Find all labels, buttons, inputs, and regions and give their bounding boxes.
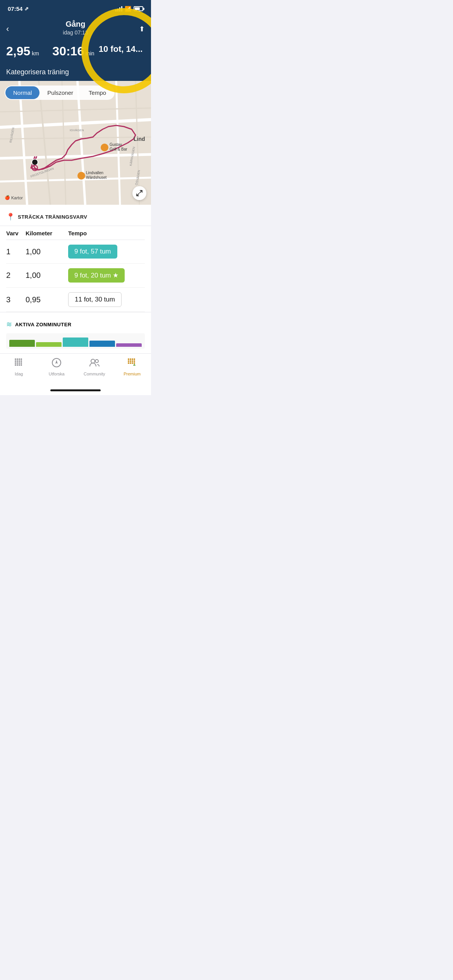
svg-point-29 <box>15 360 16 362</box>
svg-point-27 <box>17 358 18 360</box>
nav-label-utforska: Utforska <box>49 372 65 376</box>
wifi-icon: 📶 <box>125 6 131 12</box>
laps-section: 📍 STRÄCKA TRÄNINGSVARV Varv Kilometer Te… <box>0 205 151 353</box>
back-button[interactable]: ‹ <box>6 24 9 34</box>
header: ‹ Gång idag 07:13 ⬆ <box>0 16 151 42</box>
svg-point-32 <box>15 362 16 364</box>
premium-icon <box>127 358 137 370</box>
svg-point-45 <box>95 360 98 363</box>
svg-point-39 <box>17 364 18 366</box>
lap-3-num: 3 <box>6 295 26 304</box>
svg-point-49 <box>128 360 129 362</box>
svg-point-44 <box>91 359 95 363</box>
idag-icon <box>14 358 24 370</box>
svg-text:Lind: Lind <box>134 136 145 142</box>
elevation-stat: 10 fot, 14... <box>99 45 145 57</box>
svg-point-55 <box>134 358 135 360</box>
table-row: 1 1,00 9 fot, 57 tum <box>6 240 145 264</box>
page-title: Gång idag 07:13 <box>8 20 143 36</box>
home-indicator <box>0 387 151 395</box>
bottom-nav: Idag Utforska Community <box>0 353 151 387</box>
laps-table: Varv Kilometer Tempo 1 1,00 9 fot, 57 tu… <box>0 226 151 312</box>
svg-point-36 <box>21 360 22 362</box>
svg-text:Lindvallen: Lindvallen <box>86 171 103 175</box>
table-header: Varv Kilometer Tempo <box>6 226 145 240</box>
tab-pulszoner[interactable]: Pulszoner <box>39 86 81 99</box>
col-kilometer: Kilometer <box>26 230 68 236</box>
lap-2-num: 2 <box>6 271 26 280</box>
svg-point-12 <box>32 159 38 165</box>
svg-point-56 <box>134 360 135 362</box>
svg-point-41 <box>21 364 22 366</box>
svg-point-37 <box>21 362 22 364</box>
community-icon <box>89 358 100 370</box>
kategorisera-label: Kategorisera träning <box>0 63 151 81</box>
map-expand-button[interactable] <box>132 186 146 200</box>
col-tempo: Tempo <box>68 230 145 236</box>
location-icon: ⇗ <box>24 6 29 12</box>
aktiva-section: ≋ AKTIVA ZONMINUTER <box>0 312 151 353</box>
svg-point-31 <box>19 360 20 362</box>
map-section: Gustav Grill & Bar Lindvallen Wärdshuset… <box>0 81 151 205</box>
utforska-icon <box>51 358 62 370</box>
duration-stat: 30:16 min <box>52 45 98 57</box>
svg-point-14 <box>101 144 108 151</box>
svg-marker-43 <box>55 360 58 364</box>
svg-point-26 <box>15 358 16 360</box>
status-bar: 07:54 ⇗ 📶 <box>0 0 151 16</box>
battery-icon <box>134 6 143 11</box>
nav-label-community: Community <box>84 372 105 376</box>
svg-point-50 <box>130 360 131 362</box>
svg-point-51 <box>132 360 133 362</box>
lap-3-pace: 11 fot, 30 tum <box>68 292 145 307</box>
lap-1-km: 1,00 <box>26 247 68 256</box>
svg-point-15 <box>77 172 85 180</box>
nav-item-idag[interactable]: Idag <box>0 358 38 376</box>
svg-point-47 <box>130 358 131 360</box>
nav-item-community[interactable]: Community <box>76 358 113 376</box>
aktiva-icon: ≋ <box>6 320 12 329</box>
lap-1-num: 1 <box>6 247 26 256</box>
svg-rect-58 <box>133 365 136 366</box>
table-row: 2 1,00 9 fot, 20 tum ★ <box>6 264 145 288</box>
lap-3-km: 0,95 <box>26 295 68 304</box>
location-section-icon: 📍 <box>6 212 15 221</box>
nav-item-utforska[interactable]: Utforska <box>38 358 76 376</box>
col-varv: Varv <box>6 230 26 236</box>
tab-tempo[interactable]: Tempo <box>81 86 114 99</box>
nav-item-premium[interactable]: Premium <box>113 358 151 376</box>
aktiva-title: AKTIVA ZONMINUTER <box>15 322 72 327</box>
svg-point-30 <box>17 360 18 362</box>
lap-2-pace: 9 fot, 20 tum ★ <box>68 268 145 283</box>
share-icon[interactable]: ⬆ <box>139 25 145 33</box>
svg-text:Wärdshuset: Wärdshuset <box>86 175 107 180</box>
svg-point-33 <box>17 362 18 364</box>
svg-point-57 <box>134 362 135 364</box>
time-display: 07:54 <box>8 5 22 12</box>
distance-stat: 2,95 km <box>6 45 52 57</box>
svg-point-52 <box>128 362 129 364</box>
svg-point-34 <box>19 362 20 364</box>
svg-point-38 <box>15 364 16 366</box>
stats-row: 2,95 km 30:16 min 10 fot, 14... <box>0 42 151 63</box>
svg-point-48 <box>132 358 133 360</box>
home-bar <box>50 389 101 391</box>
aktiva-header: ≋ AKTIVA ZONMINUTER <box>6 320 145 329</box>
map-watermark: 🍎 Kartor <box>5 195 23 200</box>
laps-section-header: 📍 STRÄCKA TRÄNINGSVARV <box>0 205 151 226</box>
svg-text:Grill & Bar: Grill & Bar <box>110 147 127 151</box>
lap-1-pace: 9 fot, 57 tum <box>68 245 145 259</box>
nav-label-idag: Idag <box>15 372 23 376</box>
lap-2-km: 1,00 <box>26 271 68 280</box>
signal-icon <box>115 6 122 12</box>
svg-text:Gustav: Gustav <box>110 142 122 147</box>
table-row: 3 0,95 11 fot, 30 tum <box>6 288 145 312</box>
svg-point-53 <box>130 362 131 364</box>
laps-section-title: STRÄCKA TRÄNINGSVARV <box>18 214 88 220</box>
map-tabs: Normal Pulszoner Tempo <box>5 86 115 100</box>
svg-point-46 <box>128 358 129 360</box>
svg-point-35 <box>21 358 22 360</box>
svg-point-40 <box>19 364 20 366</box>
svg-text:IGVÄGEN: IGVÄGEN <box>70 128 84 132</box>
tab-normal[interactable]: Normal <box>5 86 39 99</box>
